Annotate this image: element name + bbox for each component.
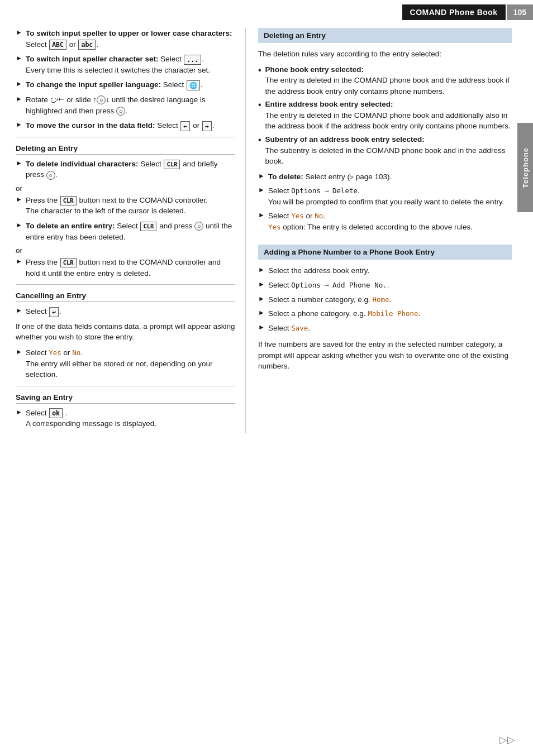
arrow-icon: ► — [258, 211, 265, 219]
bullet-cancel-text: Select ↩. — [26, 306, 61, 317]
ok-btn: ok — [49, 408, 63, 418]
bullet-bold: To delete an entire entry: — [26, 222, 115, 230]
right-bullet-to-delete-text: To delete: Select entry (▹ page 103). — [268, 171, 392, 183]
side-label: Telephone — [517, 123, 533, 212]
saving-entry-heading: Saving an Entry — [16, 393, 235, 404]
no-text-2: No — [315, 212, 323, 220]
back-btn: ↩ — [49, 307, 59, 317]
arrow-icon: ► — [16, 307, 22, 314]
bullet-rotate-text: Rotate ⭮⭰ or slide ↑○↓ until the desired… — [26, 94, 235, 116]
bullet-cursor: ► To move the cursor in the data field: … — [16, 120, 235, 131]
right-bullet-save: ► Select Save. — [258, 323, 512, 334]
arrow-icon: ► — [16, 121, 22, 128]
arrow-icon: ► — [258, 309, 265, 317]
right-bullet-number-cat: ► Select a number category, e.g. Home. — [258, 294, 512, 305]
options-text-2: Options — [291, 281, 321, 289]
right-bullet-options-text: Select Options → Delete. You will be pro… — [268, 185, 504, 207]
dot-addressbook-text: Entire address book entry selected: The … — [265, 99, 512, 132]
right-bullet-add-phone: ► Select Options → Add Phone No.. — [258, 280, 512, 291]
bullet-bold: To delete individual characters: — [26, 160, 139, 168]
cancelling-entry-heading: Cancelling an Entry — [16, 291, 235, 302]
arrow-icon: ► — [258, 280, 265, 288]
mobile-phone-text: Mobile Phone — [368, 309, 418, 318]
section-divider — [16, 137, 235, 137]
rotate2-icon: ⭰ — [57, 95, 64, 104]
dot-phonebook-text: Phone book entry selected: The entry is … — [265, 64, 512, 97]
abc-upper-btn: ABC — [49, 40, 66, 50]
right-bullet-options: ► Select Options → Delete. You will be p… — [258, 185, 512, 207]
bullet-press-clr-2: ► Press the CLR button next to the COMAN… — [16, 257, 235, 279]
right-bullet-save-text: Select Save. — [268, 323, 310, 334]
bullet-language: ► To change the input speller language: … — [16, 79, 235, 90]
arrow-icon: ► — [16, 408, 22, 416]
left-arrow-btn: ← — [180, 121, 190, 131]
dot-bold: Phone book entry selected: — [265, 65, 364, 74]
abc-lower-btn: abc — [78, 40, 96, 50]
right-bullet-address-book: ► Select the address book entry. — [258, 265, 512, 276]
bullet-delete-char: ► To delete individual characters: Selec… — [16, 159, 235, 180]
header-title: COMAND Phone Book — [402, 4, 506, 20]
intro-bullets: ► To switch input speller to upper or lo… — [16, 28, 235, 131]
or-text-2: or — [16, 246, 235, 255]
clr-btn: CLR — [164, 160, 180, 169]
home-text: Home — [373, 295, 389, 304]
arrow-icon: ► — [16, 221, 22, 229]
arrow-icon: ► — [16, 95, 22, 103]
save-text: Save — [291, 324, 308, 332]
bullet-delete-entire: ► To delete an entire entry: Select CLR … — [16, 221, 235, 242]
deletion-rules-para: The deletion rules vary according to the… — [258, 49, 512, 60]
dots-btn: ... — [184, 55, 201, 65]
yes-text: Yes — [49, 348, 61, 357]
right-bullet-to-delete: ► To delete: Select entry (▹ page 103). — [258, 171, 512, 183]
footer-arrow: ▷▷ — [499, 734, 515, 746]
bullet-cursor-text: To move the cursor in the data field: Se… — [26, 120, 215, 131]
right-bullet-number-cat-text: Select a number category, e.g. Home. — [268, 294, 391, 305]
arrow-icon: ► — [16, 54, 22, 62]
dot-bullet-phonebook: • Phone book entry selected: The entry i… — [258, 64, 512, 97]
bullet-upper-lower-text: To switch input speller to upper or lowe… — [26, 28, 235, 50]
bullet-bold: To change the input speller language: — [26, 80, 161, 89]
five-numbers-para: If five numbers are saved for the entry … — [258, 339, 512, 372]
yes-option-text: Yes — [268, 223, 281, 231]
cancel-para: If one of the data fields contains data,… — [16, 321, 235, 343]
or-text-1: or — [16, 184, 235, 193]
bullet-rotate: ► Rotate ⭮⭰ or slide ↑○↓ until the desir… — [16, 94, 235, 116]
clr-btn-2: CLR — [60, 196, 77, 205]
controller-icon: ○ — [97, 95, 106, 104]
press-icon: ○ — [46, 171, 55, 180]
clr-btn-4: CLR — [60, 258, 77, 267]
bullet-save-text: Select ok . A corresponding message is d… — [26, 408, 156, 429]
press-icon: ○ — [194, 222, 203, 231]
arrow-icon: ► — [16, 195, 22, 203]
bullet-press-clr-1-text: Press the CLR button next to the COMAND … — [26, 195, 208, 217]
dot-icon: • — [258, 66, 261, 75]
dot-icon: • — [258, 101, 261, 109]
bullet-delete-char-text: To delete individual characters: Select … — [26, 159, 235, 180]
rotate-icon: ⭮ — [50, 95, 57, 104]
left-column: ► To switch input speller to upper or lo… — [0, 28, 246, 433]
deleting-entry-box: Deleting an Entry — [258, 28, 512, 43]
right-bullet-address-book-text: Select the address book entry. — [268, 265, 369, 276]
bullet-char-set: ► To switch input speller character set:… — [16, 54, 235, 75]
arrow-icon: ► — [16, 28, 22, 36]
arrow-icon: ► — [258, 186, 265, 194]
arrow-icon: ► — [258, 323, 265, 331]
arrow-icon: ► — [16, 257, 22, 265]
bullet-upper-lower: ► To switch input speller to upper or lo… — [16, 28, 235, 50]
dot-icon: • — [258, 136, 261, 145]
bullet-cancel: ► Select ↩. — [16, 306, 235, 317]
dot-bold: Entire address book entry selected: — [265, 100, 393, 108]
bullet-yes-no-1-text: Select Yes or No. The entry will either … — [26, 347, 235, 380]
bullet-press-clr-1: ► Press the CLR button next to the COMAN… — [16, 195, 235, 217]
adding-phone-box: Adding a Phone Number to a Phone Book En… — [258, 245, 512, 260]
add-phone-text: Add Phone No. — [332, 281, 387, 289]
dot-bold: Subentry of an address book entry select… — [265, 135, 425, 143]
right-column: Deleting an Entry The deletion rules var… — [246, 28, 533, 433]
right-bullet-phone-cat: ► Select a phone category, e.g. Mobile P… — [258, 308, 512, 319]
options-text: Options — [291, 186, 321, 195]
page-header: COMAND Phone Book 105 — [0, 0, 533, 22]
arrow-icon: ► — [16, 348, 22, 356]
dot-bullet-subentry: • Subentry of an address book entry sele… — [258, 134, 512, 167]
yes-text-2: Yes — [291, 212, 304, 220]
delete-text: Delete — [332, 186, 358, 195]
